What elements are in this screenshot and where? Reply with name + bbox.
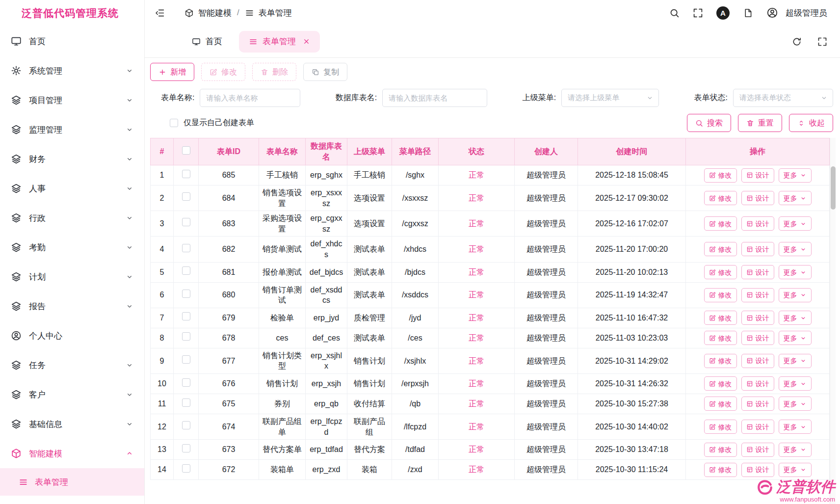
row-more-button[interactable]: 更多 bbox=[779, 311, 812, 325]
status-badge[interactable]: 正常 bbox=[469, 445, 484, 453]
username[interactable]: 超级管理员 bbox=[786, 7, 827, 19]
row-more-button[interactable]: 更多 bbox=[779, 376, 812, 391]
row-more-button[interactable]: 更多 bbox=[779, 265, 812, 279]
row-more-button[interactable]: 更多 bbox=[779, 216, 812, 231]
row-checkbox[interactable] bbox=[182, 244, 190, 252]
row-design-button[interactable]: 设计 bbox=[741, 191, 774, 205]
scrollbar-thumb[interactable] bbox=[831, 166, 836, 210]
tab-home[interactable]: 首页 bbox=[182, 31, 232, 53]
row-design-button[interactable]: 设计 bbox=[741, 311, 774, 325]
row-checkbox[interactable] bbox=[182, 312, 190, 320]
row-checkbox[interactable] bbox=[182, 378, 190, 387]
sidebar-item-计划[interactable]: 计划 bbox=[0, 262, 144, 292]
row-checkbox[interactable] bbox=[182, 218, 190, 226]
row-edit-button[interactable]: 修改 bbox=[704, 331, 737, 345]
breadcrumb-item-page[interactable]: 表单管理 bbox=[259, 7, 292, 19]
row-checkbox[interactable] bbox=[182, 170, 190, 178]
row-edit-button[interactable]: 修改 bbox=[704, 354, 737, 368]
sidebar-item-智能建模[interactable]: 智能建模 bbox=[0, 439, 144, 468]
sidebar-item-报告[interactable]: 报告 bbox=[0, 292, 144, 321]
document-icon[interactable] bbox=[743, 8, 753, 18]
sidebar-collapse-icon[interactable] bbox=[155, 8, 165, 18]
search-icon[interactable] bbox=[669, 8, 680, 18]
row-checkbox[interactable] bbox=[182, 355, 190, 364]
parent-menu-select[interactable]: 请选择上级菜单 bbox=[561, 89, 659, 107]
row-design-button[interactable]: 设计 bbox=[741, 376, 774, 391]
only-mine-checkbox[interactable] bbox=[170, 119, 178, 127]
row-checkbox[interactable] bbox=[182, 421, 190, 429]
row-design-button[interactable]: 设计 bbox=[741, 216, 774, 231]
sidebar-item-项目管理[interactable]: 项目管理 bbox=[0, 85, 144, 115]
row-more-button[interactable]: 更多 bbox=[779, 463, 812, 477]
row-more-button[interactable]: 更多 bbox=[779, 331, 812, 345]
sidebar-item-首页[interactable]: 首页 bbox=[0, 27, 144, 56]
row-edit-button[interactable]: 修改 bbox=[704, 216, 737, 231]
row-edit-button[interactable]: 修改 bbox=[704, 463, 737, 477]
row-edit-button[interactable]: 修改 bbox=[704, 397, 737, 411]
search-button[interactable]: 搜索 bbox=[687, 114, 731, 132]
close-icon[interactable] bbox=[303, 38, 310, 45]
row-design-button[interactable]: 设计 bbox=[741, 168, 774, 183]
sidebar-item-财务[interactable]: 财务 bbox=[0, 144, 144, 174]
status-badge[interactable]: 正常 bbox=[469, 171, 484, 179]
row-design-button[interactable]: 设计 bbox=[741, 288, 774, 302]
row-edit-button[interactable]: 修改 bbox=[704, 376, 737, 391]
row-edit-button[interactable]: 修改 bbox=[704, 443, 737, 457]
status-badge[interactable]: 正常 bbox=[469, 399, 484, 408]
row-more-button[interactable]: 更多 bbox=[779, 443, 812, 457]
row-design-button[interactable]: 设计 bbox=[741, 397, 774, 411]
status-badge[interactable]: 正常 bbox=[469, 291, 484, 299]
row-design-button[interactable]: 设计 bbox=[741, 331, 774, 345]
sidebar-item-行政[interactable]: 行政 bbox=[0, 203, 144, 233]
only-mine-toggle[interactable]: 仅显示自己创建表单 bbox=[170, 118, 254, 128]
edit-button[interactable]: 修改 bbox=[201, 63, 245, 81]
add-button[interactable]: 新增 bbox=[150, 63, 194, 81]
row-edit-button[interactable]: 修改 bbox=[704, 288, 737, 302]
status-badge[interactable]: 正常 bbox=[469, 357, 484, 365]
sidebar-item-系统管理[interactable]: 系统管理 bbox=[0, 56, 144, 85]
status-badge[interactable]: 正常 bbox=[469, 465, 484, 474]
fullscreen-icon[interactable] bbox=[817, 37, 827, 47]
sidebar-item-监理管理[interactable]: 监理管理 bbox=[0, 115, 144, 144]
status-badge[interactable]: 正常 bbox=[469, 268, 484, 276]
form-name-input[interactable] bbox=[200, 89, 300, 107]
reset-button[interactable]: 重置 bbox=[738, 114, 782, 132]
select-all-checkbox[interactable] bbox=[182, 146, 190, 155]
row-more-button[interactable]: 更多 bbox=[779, 168, 812, 183]
row-checkbox[interactable] bbox=[182, 332, 190, 341]
status-badge[interactable]: 正常 bbox=[469, 334, 484, 342]
avatar-icon[interactable] bbox=[766, 7, 778, 19]
row-more-button[interactable]: 更多 bbox=[779, 288, 812, 302]
row-design-button[interactable]: 设计 bbox=[741, 265, 774, 279]
row-more-button[interactable]: 更多 bbox=[779, 191, 812, 205]
sidebar-item-个人中心[interactable]: 个人中心 bbox=[0, 321, 144, 350]
status-badge[interactable]: 正常 bbox=[469, 423, 484, 431]
fullscreen-icon[interactable] bbox=[693, 8, 703, 18]
sidebar-subitem-表单管理[interactable]: 表单管理 bbox=[0, 468, 144, 496]
row-design-button[interactable]: 设计 bbox=[741, 420, 774, 434]
status-badge[interactable]: 正常 bbox=[469, 219, 484, 228]
row-design-button[interactable]: 设计 bbox=[741, 242, 774, 256]
row-edit-button[interactable]: 修改 bbox=[704, 168, 737, 183]
row-checkbox[interactable] bbox=[182, 192, 190, 201]
sidebar-item-人事[interactable]: 人事 bbox=[0, 174, 144, 203]
row-edit-button[interactable]: 修改 bbox=[704, 311, 737, 325]
row-checkbox[interactable] bbox=[182, 266, 190, 275]
status-badge[interactable]: 正常 bbox=[469, 194, 484, 202]
sidebar-item-客户[interactable]: 客户 bbox=[0, 380, 144, 409]
form-status-select[interactable]: 请选择表单状态 bbox=[733, 89, 833, 107]
row-checkbox[interactable] bbox=[182, 398, 190, 407]
row-edit-button[interactable]: 修改 bbox=[704, 191, 737, 205]
breadcrumb-item-module[interactable]: 智能建模 bbox=[198, 7, 232, 19]
collapse-button[interactable]: 收起 bbox=[789, 114, 833, 132]
row-checkbox[interactable] bbox=[182, 444, 190, 452]
row-checkbox[interactable] bbox=[182, 290, 190, 298]
letter-a-badge[interactable]: A bbox=[716, 6, 730, 20]
row-design-button[interactable]: 设计 bbox=[741, 443, 774, 457]
tab-form-management[interactable]: 表单管理 bbox=[239, 31, 320, 53]
refresh-icon[interactable] bbox=[792, 37, 802, 47]
status-badge[interactable]: 正常 bbox=[469, 314, 484, 322]
scrollbar[interactable] bbox=[830, 138, 836, 504]
sidebar-item-任务[interactable]: 任务 bbox=[0, 350, 144, 380]
row-checkbox[interactable] bbox=[182, 464, 190, 473]
